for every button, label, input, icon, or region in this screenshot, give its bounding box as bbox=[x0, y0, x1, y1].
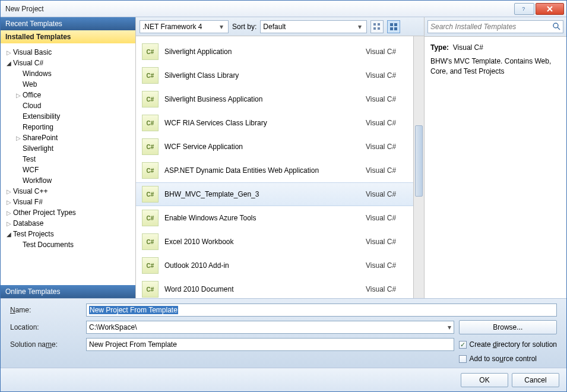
ok-button[interactable]: OK bbox=[461, 373, 508, 387]
template-row[interactable]: C#Silverlight Class LibraryVisual C# bbox=[136, 64, 413, 87]
template-row[interactable]: C#Silverlight ApplicationVisual C# bbox=[136, 40, 413, 64]
solution-name-label: Solution name: bbox=[10, 340, 81, 349]
tree-expanded-icon: ◢ bbox=[7, 231, 13, 238]
browse-button[interactable]: Browse... bbox=[459, 320, 557, 334]
template-icon: C# bbox=[142, 186, 159, 203]
tree-item[interactable]: ◢Test Projects bbox=[3, 229, 133, 239]
chevron-down-icon: ▾ bbox=[356, 23, 364, 31]
tree-collapsed-icon: ▷ bbox=[16, 92, 23, 99]
template-row[interactable]: C#Excel 2010 WorkbookVisual C# bbox=[136, 230, 413, 254]
scrollbar-thumb[interactable] bbox=[415, 125, 423, 197]
grid-small-icon bbox=[373, 23, 381, 31]
template-name: Enable Windows Azure Tools bbox=[164, 214, 366, 222]
template-icon: C# bbox=[142, 281, 159, 298]
tree-collapsed-icon: ▷ bbox=[7, 220, 13, 227]
framework-combo[interactable]: .NET Framework 4 ▾ bbox=[140, 20, 229, 33]
cancel-button[interactable]: Cancel bbox=[512, 373, 559, 387]
main-area: Recent Templates Installed Templates ▷Vi… bbox=[1, 17, 566, 299]
tree-item[interactable]: ▷Visual C++ bbox=[3, 186, 133, 197]
search-input[interactable] bbox=[430, 23, 552, 31]
svg-rect-7 bbox=[390, 27, 393, 30]
tree-item[interactable]: Cloud bbox=[3, 100, 133, 111]
location-combo[interactable]: ▾ bbox=[86, 321, 454, 334]
sortby-label: Sort by: bbox=[232, 23, 256, 31]
template-icon: C# bbox=[142, 43, 159, 60]
template-language: Visual C# bbox=[366, 143, 407, 151]
template-name: Word 2010 Document bbox=[164, 285, 366, 293]
tree-item[interactable]: WCF bbox=[3, 165, 133, 175]
svg-rect-8 bbox=[394, 27, 397, 30]
sortby-combo[interactable]: Default ▾ bbox=[260, 20, 367, 33]
tree-item[interactable]: Windows bbox=[3, 68, 133, 79]
svg-rect-5 bbox=[390, 23, 393, 26]
tree-item[interactable]: ▷Office bbox=[3, 90, 133, 100]
create-directory-checkbox[interactable] bbox=[459, 341, 467, 349]
sortby-combo-value: Default bbox=[263, 23, 356, 31]
template-name: ASP.NET Dynamic Data Entities Web Applic… bbox=[164, 166, 366, 175]
installed-templates-header[interactable]: Installed Templates bbox=[1, 30, 135, 43]
template-description: Type: Visual C# BHW's MVC Template. Cont… bbox=[425, 37, 566, 82]
tree-item[interactable]: ▷Visual Basic bbox=[3, 47, 133, 58]
template-row[interactable]: C#ASP.NET Dynamic Data Entities Web Appl… bbox=[136, 159, 413, 182]
tree-item[interactable]: ▷Database bbox=[3, 218, 133, 229]
template-description-text: BHW's MVC Template. Contains Web, Core, … bbox=[430, 56, 560, 77]
tree-item[interactable]: ◢Visual C# bbox=[3, 58, 133, 68]
solution-name-input-wrapper[interactable] bbox=[86, 338, 454, 351]
template-row[interactable]: C#BHW_MVC_Template_Gen_3Visual C# bbox=[136, 182, 413, 206]
template-row[interactable]: C#WCF RIA Services Class LibraryVisual C… bbox=[136, 111, 413, 135]
add-source-control-row[interactable]: Add to source control bbox=[459, 355, 557, 363]
template-row[interactable]: C#Silverlight Business ApplicationVisual… bbox=[136, 87, 413, 111]
solution-name-input[interactable] bbox=[89, 340, 451, 349]
tree-item-label: Database bbox=[13, 219, 43, 227]
cancel-button-label: Cancel bbox=[524, 376, 546, 384]
template-language: Visual C# bbox=[366, 71, 407, 80]
create-directory-row[interactable]: Create directory for solution bbox=[459, 340, 557, 349]
tree-item-label: Workflow bbox=[23, 176, 52, 185]
template-row[interactable]: C#WCF Service ApplicationVisual C# bbox=[136, 135, 413, 159]
scrollbar[interactable] bbox=[413, 36, 424, 298]
svg-rect-1 bbox=[373, 23, 376, 26]
svg-rect-4 bbox=[378, 27, 380, 30]
tree-collapsed-icon: ▷ bbox=[7, 188, 13, 195]
tree-item[interactable]: ▷Other Project Types bbox=[3, 207, 133, 218]
name-input-wrapper[interactable]: New Project From Template bbox=[86, 304, 557, 317]
view-small-icons-button[interactable] bbox=[370, 20, 384, 33]
template-row[interactable]: C#Enable Windows Azure ToolsVisual C# bbox=[136, 206, 413, 230]
location-input[interactable] bbox=[89, 323, 448, 331]
search-icon[interactable] bbox=[552, 22, 560, 32]
tree-item[interactable]: Extensibility bbox=[3, 111, 133, 122]
tree-item-label: Visual Basic bbox=[13, 48, 52, 56]
help-button[interactable]: ? bbox=[514, 3, 534, 15]
template-icon: C# bbox=[142, 210, 159, 226]
template-name: Excel 2010 Workbook bbox=[164, 238, 366, 246]
tree-item[interactable]: ▷Visual F# bbox=[3, 197, 133, 207]
template-language: Visual C# bbox=[366, 285, 407, 293]
template-row[interactable]: C#Word 2010 DocumentVisual C# bbox=[136, 277, 413, 298]
tree-collapsed-icon: ▷ bbox=[16, 135, 23, 141]
view-medium-icons-button[interactable] bbox=[387, 20, 400, 33]
tree-item[interactable]: Silverlight bbox=[3, 143, 133, 154]
tree-item-label: Office bbox=[23, 91, 41, 99]
template-list-container: C#Silverlight ApplicationVisual C#C#Silv… bbox=[136, 36, 424, 298]
name-input-value[interactable]: New Project From Template bbox=[89, 306, 178, 314]
tree-item[interactable]: Test bbox=[3, 154, 133, 165]
template-type-row: Type: Visual C# bbox=[430, 43, 560, 53]
chevron-down-icon[interactable]: ▾ bbox=[448, 323, 451, 331]
tree-item-label: SharePoint bbox=[23, 134, 58, 142]
recent-templates-header[interactable]: Recent Templates bbox=[1, 17, 135, 30]
template-row[interactable]: C#Outlook 2010 Add-inVisual C# bbox=[136, 254, 413, 277]
dialog-footer: OK Cancel bbox=[1, 368, 566, 391]
close-button[interactable] bbox=[536, 3, 564, 15]
add-source-control-checkbox[interactable] bbox=[459, 355, 467, 363]
tree-item[interactable]: ▷SharePoint bbox=[3, 132, 133, 143]
online-templates-header[interactable]: Online Templates bbox=[1, 285, 135, 298]
search-box[interactable] bbox=[427, 20, 563, 33]
tree-item[interactable]: Workflow bbox=[3, 175, 133, 186]
browse-button-label: Browse... bbox=[493, 323, 522, 331]
template-name: Silverlight Application bbox=[164, 48, 366, 56]
tree-item[interactable]: Reporting bbox=[3, 122, 133, 132]
template-language: Visual C# bbox=[366, 214, 407, 222]
tree-item[interactable]: Web bbox=[3, 79, 133, 90]
tree-item-label: Test bbox=[23, 155, 36, 163]
tree-item[interactable]: Test Documents bbox=[3, 239, 133, 250]
